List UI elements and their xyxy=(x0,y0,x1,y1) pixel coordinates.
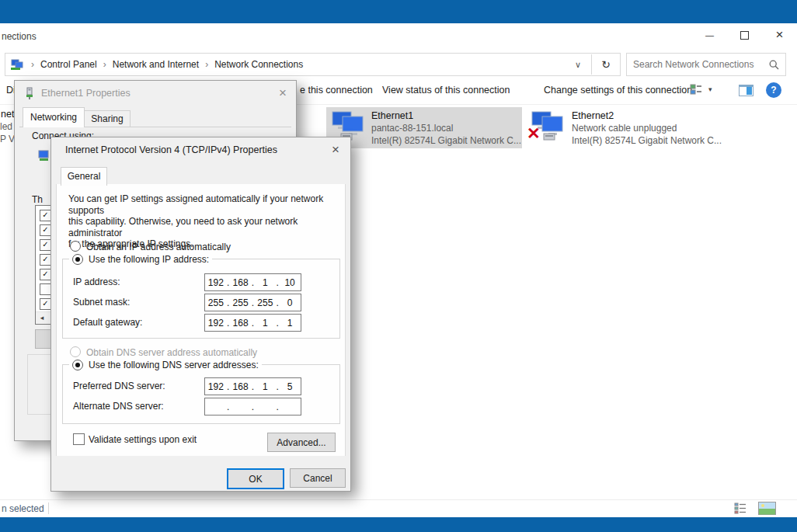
radio-use-dns[interactable] xyxy=(72,360,83,370)
chevron-down-icon: ∨ xyxy=(575,60,581,69)
crumb-sep-icon: › xyxy=(100,59,110,70)
tab-networking[interactable]: Networking xyxy=(23,107,85,127)
preview-pane-button[interactable] xyxy=(739,85,753,96)
details-view-toggle[interactable] xyxy=(734,502,747,514)
validate-checkbox-label[interactable]: Validate settings upon exit xyxy=(89,434,197,445)
tab-sharing[interactable]: Sharing xyxy=(84,110,131,127)
tab-label: Sharing xyxy=(91,113,123,124)
desktop: nections — × › Control Panel › Network a… xyxy=(0,0,797,532)
close-icon: × xyxy=(332,142,339,157)
breadcrumb-network-connections[interactable]: Network Connections xyxy=(211,59,306,70)
close-icon: × xyxy=(776,27,784,43)
crumb-sep-icon: › xyxy=(202,59,211,70)
close-button[interactable]: × xyxy=(332,142,339,158)
toolbar-item-fragment-mid[interactable]: e this connection xyxy=(300,85,373,96)
tab-general[interactable]: General xyxy=(61,167,107,186)
adapter-icon xyxy=(24,87,35,99)
item-checkbox[interactable]: ✓ xyxy=(40,210,51,221)
radio-use-ip-label[interactable]: Use the following IP address: xyxy=(89,254,209,265)
alternate-dns-input[interactable]: . . . xyxy=(204,398,301,416)
radio-obtain-ip[interactable] xyxy=(70,241,81,252)
connection-name: Ethernet2 xyxy=(572,110,614,121)
views-dropdown-icon[interactable]: ▾ xyxy=(708,85,712,93)
address-dropdown-button[interactable]: ∨ xyxy=(565,60,591,70)
close-icon: × xyxy=(279,85,287,100)
radio-obtain-ip-label[interactable]: Obtain an IP address automatically xyxy=(86,242,231,252)
tab-label: Networking xyxy=(30,112,77,123)
radio-obtain-dns xyxy=(70,346,81,357)
preferred-dns-label: Preferred DNS server: xyxy=(73,381,165,391)
subnet-mask-input[interactable]: 255. 255. 255. 0 xyxy=(204,294,301,311)
search-input[interactable] xyxy=(627,58,763,71)
tab-label: General xyxy=(68,171,101,182)
search-icon[interactable] xyxy=(763,60,785,70)
connection-status: pantac-88-151.local xyxy=(371,123,453,134)
connection-item-ethernet2[interactable]: ✕ Ethernet2 Network cable unplugged Inte… xyxy=(525,107,722,148)
radio-obtain-dns-label: Obtain DNS server address automatically xyxy=(86,347,257,358)
address-bar[interactable]: › Control Panel › Network and Internet ›… xyxy=(5,53,621,76)
ip-address-label: IP address: xyxy=(73,276,120,287)
default-gateway-input[interactable]: 192. 168. 1. 1 xyxy=(204,314,301,332)
radio-use-ip[interactable] xyxy=(72,254,83,265)
preview-pane-icon xyxy=(739,85,753,96)
cancel-button[interactable]: Cancel xyxy=(290,468,346,488)
crumb-sep-icon: › xyxy=(28,59,37,70)
toolbar-item-change-settings[interactable]: Change settings of this connection xyxy=(544,85,692,96)
close-button[interactable]: × xyxy=(279,85,287,101)
item-checkbox[interactable]: ✓ xyxy=(40,254,51,266)
item-checkbox[interactable]: ✓ xyxy=(40,224,51,236)
breadcrumb-network-and-internet[interactable]: Network and Internet xyxy=(110,59,202,70)
help-icon: ? xyxy=(771,85,776,96)
help-button[interactable]: ? xyxy=(766,82,781,98)
views-button[interactable] xyxy=(690,84,703,96)
alternate-dns-label: Alternate DNS server: xyxy=(73,401,164,412)
ok-button[interactable]: OK xyxy=(227,468,284,489)
connection-device: Intel(R) 82574L Gigabit Network C... xyxy=(572,135,722,146)
ipv4-properties-dialog: Internet Protocol Version 4 (TCP/IPv4) P… xyxy=(50,137,351,492)
close-button[interactable]: × xyxy=(762,23,797,47)
connection-item-ethernet1[interactable]: Ethernet1 pantac-88-151.local Intel(R) 8… xyxy=(326,107,522,148)
refresh-icon: ↻ xyxy=(601,58,611,71)
advanced-button[interactable]: Advanced... xyxy=(267,433,336,452)
validate-checkbox[interactable] xyxy=(73,433,85,445)
connection-status: Network cable unplugged xyxy=(572,123,677,134)
minimize-button[interactable]: — xyxy=(692,23,727,47)
thumbnail-view-toggle[interactable] xyxy=(758,502,776,515)
item-checkbox[interactable] xyxy=(40,283,51,295)
item-checkbox[interactable]: ✓ xyxy=(40,239,51,251)
preferred-dns-input[interactable]: 192. 168. 1. 5 xyxy=(204,377,301,395)
network-connections-icon xyxy=(5,59,28,71)
connection-device-fragment: P V xyxy=(0,134,15,144)
thumbnail-view-icon xyxy=(758,502,776,515)
ethernet-adapter-unplugged-icon: ✕ xyxy=(530,110,567,143)
item-checkbox[interactable]: ✓ xyxy=(40,298,51,310)
views-icon xyxy=(690,84,703,96)
selection-count-fragment: n selected xyxy=(2,503,44,514)
search-container xyxy=(626,53,786,76)
dialog-title: Internet Protocol Version 4 (TCP/IPv4) P… xyxy=(65,144,277,155)
window-controls: — × xyxy=(692,23,797,47)
connection-status-fragment: led xyxy=(0,121,12,132)
default-gateway-label: Default gateway: xyxy=(73,317,142,328)
toolbar-item-view-status[interactable]: View status of this connection xyxy=(382,85,510,96)
scroll-left-icon[interactable]: ◂ xyxy=(36,312,48,324)
refresh-button[interactable]: ↻ xyxy=(592,58,620,71)
error-x-icon: ✕ xyxy=(527,124,541,143)
subnet-mask-label: Subnet mask: xyxy=(73,297,130,308)
connection-name-fragment: net xyxy=(1,109,14,120)
ip-address-input[interactable]: 192. 168. 1. 10 xyxy=(204,273,301,291)
details-view-icon xyxy=(734,502,747,514)
minimize-icon: — xyxy=(705,30,714,40)
connection-device: Intel(R) 82574L Gigabit Network C... xyxy=(371,135,521,146)
item-checkbox[interactable]: ✓ xyxy=(40,269,51,280)
connection-name: Ethernet1 xyxy=(371,110,413,121)
maximize-icon xyxy=(740,31,749,40)
breadcrumb-control-panel[interactable]: Control Panel xyxy=(37,59,100,70)
divider xyxy=(48,502,49,514)
nic-icon xyxy=(38,149,50,162)
items-label-fragment: Th xyxy=(32,194,43,205)
maximize-button[interactable] xyxy=(727,23,762,47)
radio-use-dns-label[interactable]: Use the following DNS server addresses: xyxy=(89,360,259,370)
background-window-bottombar xyxy=(0,516,797,532)
dialog-title: Ethernet1 Properties xyxy=(41,88,131,99)
